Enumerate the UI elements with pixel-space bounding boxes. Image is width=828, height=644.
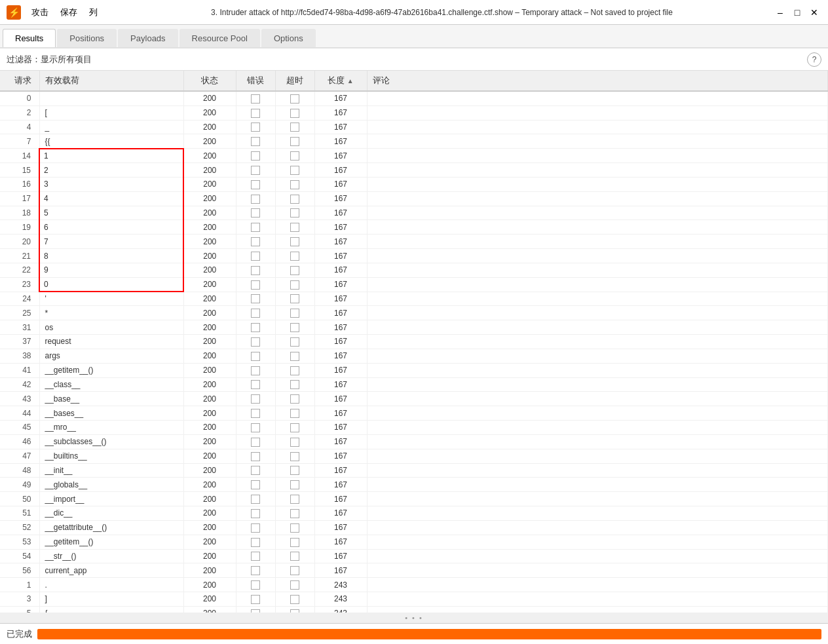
cell-error[interactable] [236, 320, 275, 335]
cell-error[interactable] [236, 449, 275, 463]
col-timeout[interactable]: 超时 [275, 71, 314, 91]
cell-timeout[interactable] [275, 492, 314, 506]
cell-error[interactable] [236, 206, 275, 220]
table-row[interactable]: 5{200243 [0, 606, 828, 613]
menu-save[interactable]: 保存 [55, 5, 83, 20]
table-row[interactable]: 4_200167 [0, 120, 828, 134]
cell-timeout[interactable] [275, 149, 314, 163]
cell-error[interactable] [236, 520, 275, 535]
cell-error[interactable] [236, 377, 275, 392]
cell-timeout[interactable] [275, 249, 314, 263]
cell-error[interactable] [236, 120, 275, 134]
cell-error[interactable] [236, 592, 275, 606]
cell-error[interactable] [236, 406, 275, 421]
cell-error[interactable] [236, 392, 275, 406]
col-request[interactable]: 请求 [0, 71, 39, 91]
table-row[interactable]: 230200167 [0, 277, 828, 292]
cell-error[interactable] [236, 606, 275, 613]
col-error[interactable]: 错误 [236, 71, 275, 91]
tab-options[interactable]: Options [261, 29, 316, 47]
table-row[interactable]: 52__getattribute__()200167 [0, 520, 828, 535]
table-row[interactable]: 49__globals__200167 [0, 478, 828, 492]
col-length[interactable]: 长度 ▲ [314, 71, 367, 91]
cell-error[interactable] [236, 134, 275, 149]
table-row[interactable]: 37request200167 [0, 335, 828, 349]
cell-timeout[interactable] [275, 478, 314, 492]
table-row[interactable]: 3]200243 [0, 592, 828, 606]
cell-error[interactable] [236, 220, 275, 235]
table-row[interactable]: 218200167 [0, 249, 828, 263]
table-row[interactable]: 141200167 [0, 149, 828, 163]
table-row[interactable]: 163200167 [0, 177, 828, 191]
cell-error[interactable] [236, 335, 275, 349]
col-status[interactable]: 状态 [183, 71, 236, 91]
cell-timeout[interactable] [275, 406, 314, 421]
table-row[interactable]: 229200167 [0, 263, 828, 277]
cell-timeout[interactable] [275, 520, 314, 535]
table-row[interactable]: 44__bases__200167 [0, 406, 828, 421]
cell-timeout[interactable] [275, 449, 314, 463]
tab-results[interactable]: Results [3, 29, 56, 47]
table-row[interactable]: 48__init__200167 [0, 463, 828, 478]
menu-columns[interactable]: 列 [84, 5, 103, 20]
cell-error[interactable] [236, 478, 275, 492]
cell-timeout[interactable] [275, 263, 314, 277]
table-row[interactable]: 2[200167 [0, 105, 828, 120]
table-row[interactable]: 174200167 [0, 191, 828, 206]
cell-timeout[interactable] [275, 235, 314, 249]
help-button[interactable]: ? [807, 52, 821, 67]
cell-timeout[interactable] [275, 421, 314, 435]
table-row[interactable]: 152200167 [0, 163, 828, 178]
cell-error[interactable] [236, 492, 275, 506]
cell-timeout[interactable] [275, 191, 314, 206]
cell-error[interactable] [236, 578, 275, 592]
cell-timeout[interactable] [275, 91, 314, 105]
cell-timeout[interactable] [275, 163, 314, 178]
tab-positions[interactable]: Positions [57, 29, 117, 47]
table-row[interactable]: 54__str__()200167 [0, 549, 828, 563]
cell-timeout[interactable] [275, 392, 314, 406]
tab-payloads[interactable]: Payloads [118, 29, 178, 47]
cell-error[interactable] [236, 177, 275, 191]
cell-error[interactable] [236, 506, 275, 521]
cell-timeout[interactable] [275, 578, 314, 592]
table-row[interactable]: 207200167 [0, 235, 828, 249]
cell-error[interactable] [236, 249, 275, 263]
cell-timeout[interactable] [275, 320, 314, 335]
cell-error[interactable] [236, 191, 275, 206]
table-row[interactable]: 42__class__200167 [0, 377, 828, 392]
cell-timeout[interactable] [275, 292, 314, 306]
cell-timeout[interactable] [275, 335, 314, 349]
cell-timeout[interactable] [275, 177, 314, 191]
table-row[interactable]: 43__base__200167 [0, 392, 828, 406]
table-row[interactable]: 1.200243 [0, 578, 828, 592]
cell-timeout[interactable] [275, 306, 314, 320]
cell-timeout[interactable] [275, 606, 314, 613]
table-row[interactable]: 7{{200167 [0, 134, 828, 149]
cell-error[interactable] [236, 149, 275, 163]
cell-error[interactable] [236, 535, 275, 549]
col-payload[interactable]: 有效载荷 [39, 71, 183, 91]
table-row[interactable]: 0200167 [0, 91, 828, 105]
col-comment[interactable]: 评论 [367, 71, 828, 91]
cell-error[interactable] [236, 235, 275, 249]
cell-error[interactable] [236, 263, 275, 277]
close-button[interactable]: ✕ [807, 5, 821, 20]
cell-error[interactable] [236, 463, 275, 478]
minimize-button[interactable]: – [773, 5, 787, 20]
cell-timeout[interactable] [275, 563, 314, 578]
table-row[interactable]: 47__builtins__200167 [0, 449, 828, 463]
table-row[interactable]: 53__getitem__()200167 [0, 535, 828, 549]
table-row[interactable]: 46__subclasses__()200167 [0, 434, 828, 449]
table-row[interactable]: 41__getitem__()200167 [0, 363, 828, 377]
tab-resource-pool[interactable]: Resource Pool [179, 29, 260, 47]
cell-timeout[interactable] [275, 349, 314, 363]
cell-timeout[interactable] [275, 535, 314, 549]
cell-timeout[interactable] [275, 363, 314, 377]
cell-error[interactable] [236, 292, 275, 306]
table-row[interactable]: 45__mro__200167 [0, 421, 828, 435]
cell-error[interactable] [236, 306, 275, 320]
table-row[interactable]: 24'200167 [0, 292, 828, 306]
cell-error[interactable] [236, 421, 275, 435]
cell-timeout[interactable] [275, 277, 314, 292]
